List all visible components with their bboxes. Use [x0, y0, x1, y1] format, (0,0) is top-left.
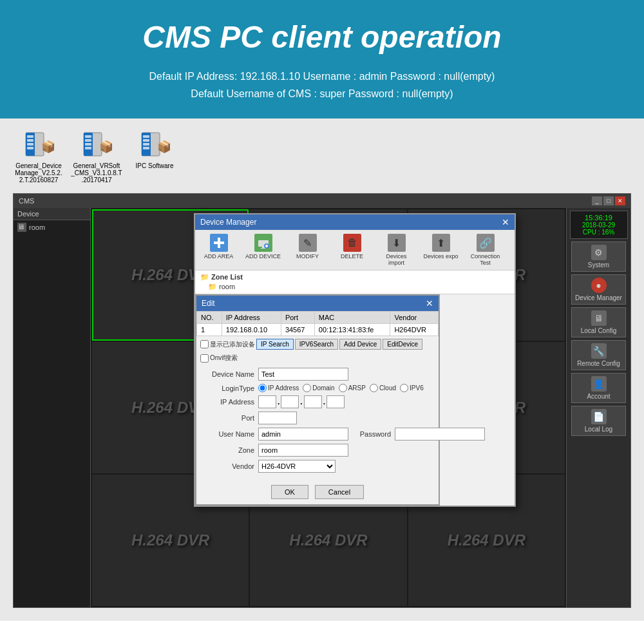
winrar-icon-3: 📦 [139, 131, 170, 162]
svg-text:📦: 📦 [99, 140, 112, 154]
vendor-select[interactable]: H26-4DVR [258, 460, 336, 473]
dm-zone-item-room[interactable]: 📁 room [200, 283, 509, 291]
show-added-checkbox-label[interactable]: 显示已添加设备 [200, 340, 255, 349]
cms-sidebar: Device 🖥 room [14, 208, 91, 607]
show-added-checkbox[interactable] [200, 340, 209, 348]
svg-rect-16 [143, 135, 149, 138]
account-label: Account [587, 393, 610, 400]
device-name-input[interactable] [258, 368, 348, 381]
username-input[interactable] [258, 428, 348, 440]
search-options-row: 显示已添加设备 IP Search IPV6Search Add Device … [196, 336, 439, 352]
dm-close-btn[interactable]: ✕ [502, 217, 509, 227]
edit-device-btn[interactable]: EditDevice [383, 339, 422, 350]
port-input[interactable] [258, 412, 297, 424]
edit-titlebar: Edit ✕ [196, 296, 439, 311]
login-type-label: LoginType [203, 384, 254, 392]
username-row: User Name Password [203, 428, 432, 440]
time-text: 15:36:19 [573, 214, 625, 222]
cms-minimize-btn[interactable]: _ [592, 196, 602, 205]
add-area-btn[interactable]: ADD AREA [198, 232, 240, 267]
local-log-label: Local Log [585, 426, 612, 433]
connection-test-btn[interactable]: 🔗 Connection Test [464, 232, 506, 267]
onvif-checkbox[interactable] [200, 354, 209, 363]
local-config-icon: 🖥 [591, 310, 607, 326]
zone-input[interactable] [258, 444, 348, 457]
password-input[interactable] [395, 428, 485, 440]
svg-text:📦: 📦 [157, 140, 170, 154]
cell-mac: 00:12:13:41:83:fe [314, 324, 390, 336]
ip-seg-3[interactable] [304, 395, 322, 408]
ip-seg-4[interactable] [327, 395, 345, 408]
modify-btn[interactable]: ✎ MODIFY [287, 232, 328, 267]
edit-form: Device Name LoginType IP Address Domain [196, 364, 439, 480]
radio-domain[interactable]: Domain [303, 384, 334, 392]
sidebar-room-label: room [29, 223, 45, 231]
cms-sidebar-item-room[interactable]: 🖥 room [14, 220, 90, 234]
system-label: System [588, 261, 609, 269]
add-device-icon [254, 234, 272, 252]
svg-rect-12 [85, 147, 91, 149]
file-icon-general-device[interactable]: 📦 General_Device Manage_V2.5.2. 2.T.2016… [13, 131, 64, 184]
ok-btn[interactable]: OK [271, 485, 308, 499]
add-area-label: ADD AREA [204, 253, 234, 260]
onvif-label: Onvif搜索 [210, 354, 238, 363]
time-display: 15:36:19 2018-03-29 CPU : 16% [570, 211, 628, 239]
ip-search-btn[interactable]: IP Search [256, 339, 294, 350]
cms-close-btn[interactable]: ✕ [615, 196, 625, 205]
local-config-btn[interactable]: 🖥 Local Config [571, 307, 626, 337]
port-row: Port [203, 412, 432, 424]
cms-maximize-btn[interactable]: □ [603, 196, 614, 205]
radio-cloud[interactable]: Cloud [370, 384, 396, 392]
device-manager-dialog: Device Manager ✕ ADD AREA ADD DEVICE [194, 213, 516, 507]
svg-rect-4 [27, 143, 33, 146]
devices-export-btn[interactable]: ⬆ Devices expo [420, 232, 462, 267]
edit-close-btn[interactable]: ✕ [426, 298, 433, 308]
account-btn[interactable]: 👤 Account [571, 373, 626, 403]
svg-rect-22 [218, 238, 220, 248]
cms-right-panel: 15:36:19 2018-03-29 CPU : 16% ⚙ System ●… [566, 208, 630, 607]
onvif-checkbox-label[interactable]: Onvif搜索 [200, 354, 435, 363]
device-manager-btn[interactable]: ● Device Manager [571, 274, 626, 305]
devices-import-label: Devices import [378, 253, 415, 266]
devices-import-btn[interactable]: ⬇ Devices import [375, 232, 417, 267]
ip-address-input-group: . . . [258, 395, 345, 408]
file-icon-vrssoft[interactable]: 📦 General_VRSoft _CMS_V3.1.0.8.T .201704… [71, 131, 122, 184]
radio-ip-address[interactable]: IP Address [258, 384, 299, 392]
cell-vendor: H264DVR [390, 324, 439, 336]
add-device-search-btn[interactable]: Add Device [339, 339, 381, 350]
svg-rect-3 [27, 139, 33, 142]
vendor-label: Vendor [203, 462, 254, 470]
system-btn[interactable]: ⚙ System [571, 242, 626, 272]
devices-import-icon: ⬇ [388, 234, 406, 252]
header-banner: CMS PC client operation Default IP Addre… [0, 0, 644, 118]
edit-dialog: Edit ✕ NO. IP Address Port MAC Vendor [195, 294, 440, 506]
username-label: User Name [203, 430, 254, 438]
ip-seg-1[interactable] [258, 395, 276, 408]
ipv6-search-btn[interactable]: IPV6Search [295, 339, 338, 350]
ip-address-row: IP Address . . . [203, 395, 432, 408]
remote-config-btn[interactable]: 🔧 Remote Config [571, 340, 626, 370]
cell-ip: 192.168.0.10 [222, 324, 281, 336]
delete-btn[interactable]: 🗑 DELETE [331, 232, 373, 267]
file-label-3: IPC Software [136, 162, 174, 169]
file-icon-ipc[interactable]: 📦 IPC Software [129, 131, 180, 184]
modify-icon: ✎ [299, 234, 317, 252]
local-log-btn[interactable]: 📄 Local Log [571, 406, 626, 436]
ip-seg-2[interactable] [281, 395, 299, 408]
devices-export-icon: ⬆ [432, 234, 450, 252]
radio-arsp[interactable]: ARSP [339, 384, 366, 392]
subtitle-line2: Default Username of CMS : super Password… [26, 85, 618, 102]
col-no: NO. [197, 312, 222, 324]
cms-titlebar: CMS _ □ ✕ [14, 194, 630, 208]
show-added-label: 显示已添加设备 [210, 340, 255, 349]
cancel-btn[interactable]: Cancel [315, 485, 364, 499]
cell-port: 34567 [281, 324, 314, 336]
table-row[interactable]: 1 192.168.0.10 34567 00:12:13:41:83:fe H… [197, 324, 439, 336]
modify-label: MODIFY [296, 253, 319, 260]
radio-ipv6[interactable]: IPV6 [400, 384, 424, 392]
add-device-btn[interactable]: ADD DEVICE [242, 232, 284, 267]
cell-no: 1 [197, 324, 222, 336]
connection-test-icon: 🔗 [477, 234, 495, 252]
add-device-label: ADD DEVICE [245, 253, 281, 260]
remote-config-icon: 🔧 [591, 343, 607, 359]
